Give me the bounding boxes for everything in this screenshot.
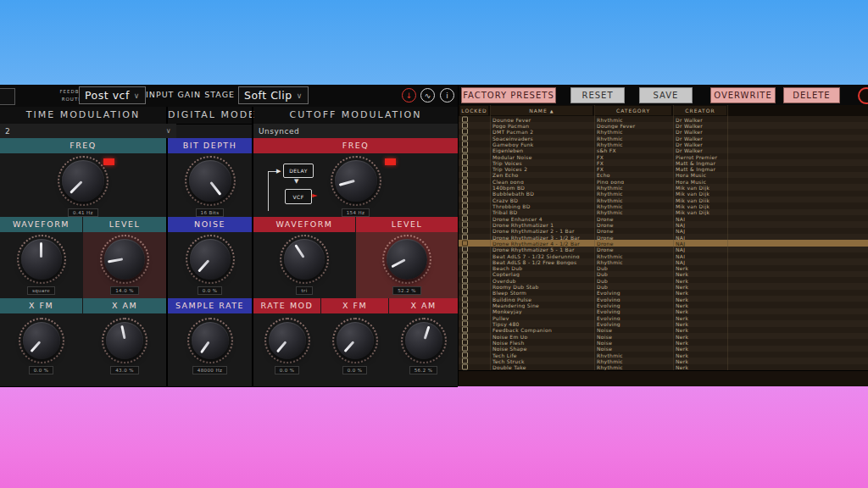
preset-row[interactable]: Drone Rhythmatizer 4 - 1/2 BarDroneNAJ [459,240,868,246]
locked-checkbox[interactable] [462,209,468,215]
dm-noise-knob[interactable]: 0.0 % [168,232,252,298]
sine-wave-icon[interactable]: ∿ [420,88,435,103]
cutoff-sync-dropdown[interactable]: Unsynced ∨ [253,124,468,139]
preset-row[interactable]: Noise Em UpNoiseNerk [459,333,868,339]
locked-checkbox[interactable] [462,221,468,227]
preset-row[interactable]: Bleep StormEvolvingNerk [459,290,868,296]
overwrite-button[interactable]: OVERWRITE [710,87,776,103]
preset-row[interactable]: Drone Enhancer 4DroneNAJ [459,215,868,221]
preset-row[interactable]: Building PulseEvolvingNerk [459,296,868,302]
column-header-creator[interactable]: CREATOR [674,106,726,115]
locked-checkbox[interactable] [462,247,468,252]
preset-row[interactable]: Zen EchoEchoHora Music [459,172,868,178]
preset-row[interactable]: SpaceinvadersRhythmicDr Walker [459,135,868,141]
preset-row[interactable]: Trip VoicesFXMatt & Ingmar [459,159,868,165]
tm-x-fm-knob[interactable]: 0.0 % [0,313,82,385]
locked-checkbox[interactable] [462,203,468,209]
preset-row[interactable]: CopterlagDubNerk [459,271,868,277]
locked-checkbox[interactable] [462,271,468,277]
preset-row[interactable]: Tech StruckRhythmicNerk [459,358,868,363]
locked-checkbox[interactable] [462,265,468,271]
locked-checkbox[interactable] [462,296,468,302]
locked-checkbox[interactable] [462,172,468,178]
preset-row[interactable]: DMT Pacman 2RhythmicDr Walker [459,129,868,135]
preset-row[interactable]: Crazy BDRhythmicMik van Dijk [459,197,868,202]
preset-row[interactable]: Feedback CompanionNoiseNerk [459,327,868,333]
close-icon[interactable] [858,87,868,104]
preset-row[interactable]: Tech LifeRhythmicNerk [459,352,868,358]
preset-row[interactable]: Double TakeRhythmicNerk [459,364,868,370]
knob-cap[interactable] [405,322,442,359]
locked-checkbox[interactable] [462,228,468,234]
knob-cap[interactable] [104,239,145,280]
knob-cap[interactable] [106,322,143,359]
preset-row[interactable]: Gameboy FunkRhythmicDr Walker [459,141,868,147]
tm-waveform-knob[interactable]: square [0,232,82,298]
locked-checkbox[interactable] [462,153,468,159]
preset-row[interactable]: Eigenlebens&h FXDr Walker [459,147,868,153]
column-header-name[interactable]: NAME▲ [491,106,593,115]
locked-checkbox[interactable] [462,240,468,246]
knob-cap[interactable] [62,160,104,202]
preset-row[interactable]: Drone Rhythmatizer 1DroneNAJ [459,221,868,227]
knob-cap[interactable] [284,239,325,280]
preset-row[interactable]: Meandering SineEvolvingNerk [459,302,868,308]
info-icon[interactable]: i [440,88,454,103]
locked-checkbox[interactable] [462,215,468,221]
locked-checkbox[interactable] [462,358,468,363]
save-button[interactable]: SAVE [639,87,693,103]
preset-row[interactable]: Drone Rhythmatizer 3 - 1/2 BarDroneNAJ [459,234,868,240]
preset-row[interactable]: Pogo PacmanDounge FeverDr Walker [459,122,868,128]
cm-freq-knob[interactable]: ▶ DELAY ▼ VCF ► 154 Hz [253,153,458,217]
preset-row[interactable]: Dounge FeverRhythmicDr Walker [459,116,868,122]
column-header-category[interactable]: CATEGORY [595,106,671,115]
locked-checkbox[interactable] [462,252,468,258]
locked-checkbox[interactable] [462,333,468,339]
preset-row[interactable]: Drone Rhythmatizer 5 - 1 BarDroneNAJ [459,247,868,252]
locked-checkbox[interactable] [462,197,468,202]
preset-row[interactable]: OverdubDubNerk [459,277,868,283]
tm-freq-knob[interactable]: 0.41 Hz [0,153,166,217]
knob-cap[interactable] [189,160,231,202]
dm-sample-rate-knob[interactable]: 48000 Hz [168,313,252,385]
delete-button[interactable]: DELETE [783,87,840,103]
preset-row[interactable]: Beat AdLS 8 - 1/2 Free BongosRhythmicNAJ [459,258,868,264]
preset-row[interactable]: Tipsy 480EvolvingNerk [459,320,868,326]
locked-checkbox[interactable] [462,314,468,320]
locked-checkbox[interactable] [462,258,468,264]
cm-x-fm-knob[interactable]: 0.0 % [321,313,388,385]
locked-checkbox[interactable] [462,308,468,314]
preset-row[interactable]: Clean pongPing pongHora Music [459,178,868,184]
locked-checkbox[interactable] [462,178,468,184]
locked-checkbox[interactable] [462,234,468,240]
preset-row[interactable]: Beat AdLS 7 - 1/32 SiderunningRhythmicNA… [459,252,868,258]
locked-checkbox[interactable] [462,141,468,147]
tm-x-am-knob[interactable]: 43.0 % [83,313,166,385]
feedback-routing-dropdown[interactable]: Post vcf ∨ [79,86,146,104]
preset-row[interactable]: Roomy Dub StabDubNerk [459,283,868,289]
locked-checkbox[interactable] [462,327,468,333]
locked-checkbox[interactable] [462,185,468,191]
cm-waveform-knob[interactable]: tri [253,232,355,298]
preset-row[interactable]: Tribal BDRhythmicMik van Dijk [459,209,868,215]
input-gain-stage-dropdown[interactable]: Soft Clip ∨ [238,86,309,104]
locked-checkbox[interactable] [462,147,468,153]
factory-presets-button[interactable]: FACTORY PRESETS [461,87,556,103]
preset-row[interactable]: 140bpm BDRhythmicMik van Dijk [459,184,868,190]
tm-level-knob[interactable]: 14.0 % [83,232,166,298]
preset-row[interactable]: Throbbing BDRhythmicMik van Dijk [459,202,868,208]
locked-checkbox[interactable] [462,290,468,296]
locked-checkbox[interactable] [462,364,468,370]
knob-cap[interactable] [23,322,60,359]
preset-row[interactable]: Modular NoiseFXPierrot Premier [459,153,868,159]
preset-row[interactable]: Noise FleshNoiseNerk [459,339,868,345]
cm-rate-mod-knob[interactable]: 0.0 % [253,313,320,385]
locked-checkbox[interactable] [462,320,468,326]
knob-cap[interactable] [269,322,306,359]
cm-level-knob[interactable]: 52.2 % [356,232,458,298]
preset-row[interactable]: Bubblebath BDRhythmicMik van Dijk [459,191,868,197]
locked-checkbox[interactable] [462,339,468,345]
preset-row[interactable]: Drone Rhythmatizer 2 - 1 BarDroneNAJ [459,228,868,234]
knob-cap[interactable] [335,160,377,202]
column-header-locked[interactable]: LOCKED [460,106,488,115]
